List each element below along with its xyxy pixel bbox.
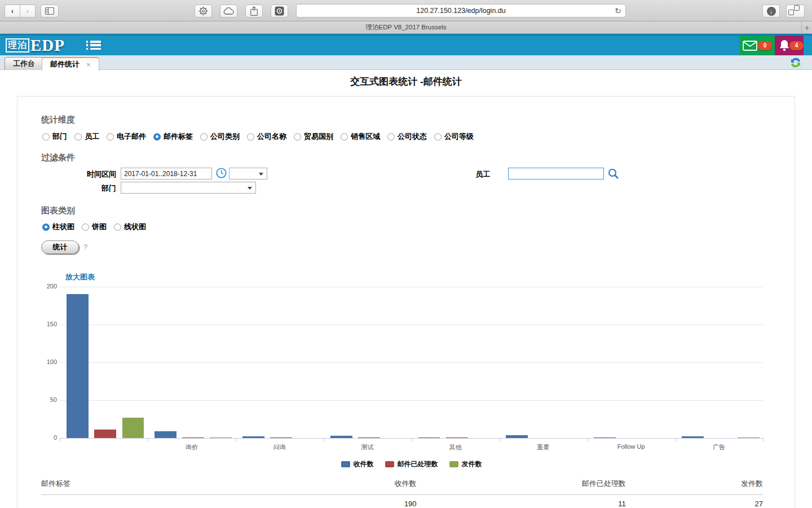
x-category-label: 其他 bbox=[412, 443, 500, 452]
dimension-label-0[interactable]: 部门 bbox=[52, 132, 67, 142]
dimension-radio-5[interactable] bbox=[247, 133, 254, 141]
mail-notification-tile[interactable]: 0 bbox=[740, 36, 775, 55]
back-button[interactable]: ‹ bbox=[5, 5, 20, 17]
chart-type-label-1[interactable]: 饼图 bbox=[92, 222, 107, 232]
dimension-radio-7[interactable] bbox=[341, 133, 348, 141]
bar-收件数-0[interactable] bbox=[67, 294, 89, 438]
search-icon[interactable] bbox=[608, 168, 619, 179]
x-category-label: 重要 bbox=[499, 443, 587, 452]
forward-button[interactable]: › bbox=[20, 5, 36, 17]
bar-chart-plot bbox=[60, 287, 763, 438]
extension-button[interactable] bbox=[271, 5, 288, 17]
x-category-label: 问询 bbox=[236, 443, 324, 452]
sidebar-button[interactable] bbox=[41, 5, 59, 17]
chart-type-label-0[interactable]: 柱状图 bbox=[52, 222, 74, 232]
table-header-cell: 收件数 bbox=[258, 476, 417, 495]
dimension-radio-0[interactable] bbox=[42, 133, 50, 141]
download-icon: ↓ bbox=[767, 7, 776, 16]
new-tab-button[interactable]: + bbox=[801, 21, 812, 33]
dimension-radio-8[interactable] bbox=[387, 133, 395, 141]
refresh-sync-icon[interactable] bbox=[789, 56, 802, 69]
stats-table: 邮件标签收件数邮件已处理数发件数 1901127 bbox=[41, 476, 763, 508]
gridline bbox=[60, 287, 763, 287]
dimension-label-3[interactable]: 邮件标签 bbox=[164, 132, 193, 142]
chart-type-radio-0[interactable] bbox=[42, 224, 50, 231]
dimension-radio-2[interactable] bbox=[107, 133, 114, 141]
employee-search-input[interactable] bbox=[508, 168, 604, 179]
time-range-input[interactable] bbox=[121, 168, 212, 179]
table-header-cell: 发件数 bbox=[626, 476, 763, 495]
icloud-button[interactable] bbox=[220, 5, 237, 17]
dimension-radio-6[interactable] bbox=[294, 133, 301, 141]
dimension-label-1[interactable]: 员工 bbox=[85, 132, 99, 142]
app-tab-strip: 工作台 邮件统计 × bbox=[0, 55, 812, 70]
y-tick-label: 150 bbox=[34, 321, 57, 327]
logo-en-text: EDP bbox=[30, 38, 65, 52]
chart-type-radio-2[interactable] bbox=[114, 224, 121, 231]
time-unit-select[interactable] bbox=[229, 168, 267, 179]
help-icon[interactable]: ? bbox=[83, 243, 87, 251]
enlarge-chart-link[interactable]: 放大图表 bbox=[65, 272, 95, 282]
menu-icon[interactable] bbox=[86, 41, 101, 51]
x-tick bbox=[763, 439, 764, 441]
address-bar[interactable]: 120.27.150.123/edp/login.du ↻ bbox=[296, 4, 626, 17]
dimension-label-2[interactable]: 电子邮件 bbox=[117, 132, 146, 142]
logo-cn-text: 理泊 bbox=[6, 38, 29, 52]
bar-邮件已处理数-0[interactable] bbox=[94, 430, 116, 438]
y-tick-label: 0 bbox=[34, 434, 57, 441]
app-logo[interactable]: 理泊 EDP bbox=[6, 38, 65, 52]
share-button[interactable] bbox=[245, 5, 263, 17]
dimension-radio-9[interactable] bbox=[434, 133, 442, 141]
tab-mail-stats[interactable]: 邮件统计 × bbox=[42, 57, 99, 71]
chart-legend: 收件数邮件已处理数发件数 bbox=[60, 459, 763, 469]
dimension-label-4[interactable]: 公司类别 bbox=[210, 132, 240, 142]
y-tick-label: 200 bbox=[34, 283, 57, 290]
screen: ‹ › bbox=[0, 0, 812, 508]
sidebar-icon bbox=[45, 7, 54, 15]
dimension-label-6[interactable]: 贸易国别 bbox=[304, 132, 333, 142]
chevron-down-icon bbox=[248, 187, 252, 190]
x-category-label: 广告 bbox=[675, 443, 763, 452]
tab-workbench[interactable]: 工作台 bbox=[5, 57, 43, 70]
legend-item[interactable]: 收件数 bbox=[341, 459, 374, 469]
browser-tab-title[interactable]: 理泊EDP V8_2017 Brussels bbox=[366, 23, 447, 32]
dimension-radio-3[interactable] bbox=[153, 133, 161, 141]
legend-swatch bbox=[449, 461, 458, 467]
x-tick bbox=[675, 439, 676, 441]
gridline bbox=[60, 325, 763, 325]
legend-label: 邮件已处理数 bbox=[398, 459, 438, 469]
clock-icon[interactable] bbox=[216, 168, 227, 178]
chart-type-label-2[interactable]: 线状图 bbox=[124, 222, 146, 232]
bar-收件数-1[interactable] bbox=[155, 431, 176, 438]
settings-button[interactable] bbox=[195, 5, 212, 17]
downloads-button[interactable]: ↓ bbox=[762, 5, 780, 17]
legend-swatch bbox=[385, 461, 394, 467]
dimension-radio-1[interactable] bbox=[74, 133, 82, 141]
table-row[interactable]: 1901127 bbox=[41, 495, 763, 508]
share-icon bbox=[250, 6, 258, 16]
tab-overview-button[interactable] bbox=[786, 5, 805, 17]
chart-type-radio-1[interactable] bbox=[82, 224, 89, 231]
dimension-label-5[interactable]: 公司名称 bbox=[257, 132, 286, 142]
reload-icon[interactable]: ↻ bbox=[615, 6, 621, 15]
department-select[interactable] bbox=[121, 182, 256, 194]
legend-item[interactable]: 发件数 bbox=[449, 459, 482, 469]
gridline bbox=[60, 400, 763, 401]
legend-item[interactable]: 邮件已处理数 bbox=[385, 459, 438, 469]
bell-icon bbox=[779, 40, 790, 51]
close-tab-icon[interactable]: × bbox=[86, 60, 91, 69]
stats-table-body: 1901127 bbox=[41, 495, 763, 508]
envelope-icon bbox=[743, 41, 757, 51]
dimension-label-7[interactable]: 销售区域 bbox=[351, 132, 380, 142]
bar-发件数-0[interactable] bbox=[122, 418, 144, 438]
page-title: 交互式图表统计 -邮件统计 bbox=[0, 75, 812, 88]
tab-mail-stats-label: 邮件统计 bbox=[50, 59, 80, 69]
alert-notification-tile[interactable]: 4 bbox=[775, 36, 804, 55]
x-tick bbox=[148, 439, 148, 441]
dimension-radio-4[interactable] bbox=[200, 133, 208, 141]
dimension-label-9[interactable]: 公司等级 bbox=[444, 132, 474, 142]
table-cell bbox=[41, 495, 258, 508]
dimension-label-8[interactable]: 公司状态 bbox=[398, 132, 427, 142]
statistics-button[interactable]: 统计 bbox=[41, 240, 79, 254]
x-category-label: Follow Up bbox=[587, 443, 675, 450]
